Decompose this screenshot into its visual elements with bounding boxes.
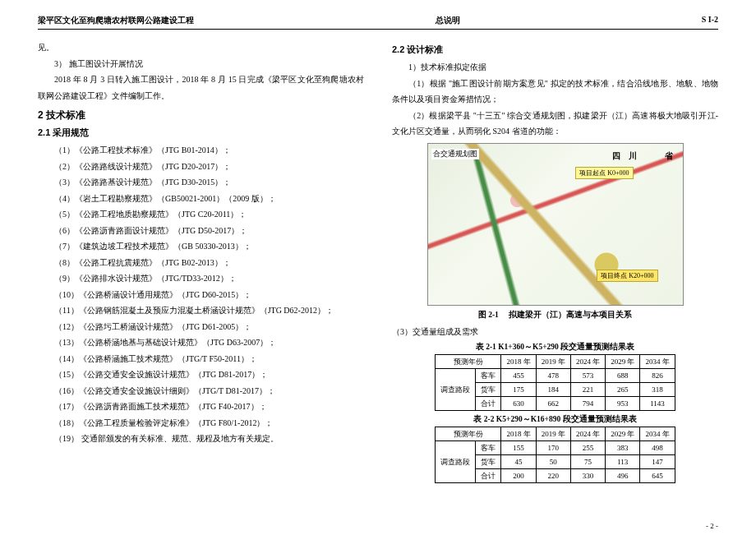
spec-item: （10）《公路桥涵设计通用规范》（JTG D60-2015）；: [38, 287, 364, 303]
col-header: 2018 年: [501, 427, 536, 441]
text-line: 2018 年 8 月 3 日转入施工图设计，2018 年 8 月 15 日完成《…: [38, 71, 364, 104]
cell: 794: [570, 397, 605, 411]
spec-item: （16）《公路交通安全设施设计细则》（JTG/T D81-2017）；: [38, 383, 364, 399]
heading-3: 2.2 设计标准: [392, 44, 718, 56]
cell: 455: [501, 369, 536, 383]
cell: 630: [501, 397, 536, 411]
cell: 498: [640, 441, 675, 455]
cell: 383: [606, 441, 640, 455]
row-label: 客车: [476, 441, 501, 455]
text-line: 1）技术标准拟定依据: [392, 59, 718, 76]
text-line: 见。: [38, 39, 364, 56]
text-line: （3）交通量组成及需求: [392, 324, 718, 340]
table-title: 表 2-1 K1+360～K5+290 段交通量预测结果表: [392, 342, 718, 353]
col-header: 2024 年: [570, 355, 605, 369]
text-line: 3） 施工图设计开展情况: [38, 56, 364, 72]
col-header: 2024 年: [570, 427, 605, 441]
row-label: 货车: [476, 383, 501, 397]
row-header: 调查路段: [436, 441, 476, 483]
col-header: 2029 年: [606, 427, 640, 441]
content-columns: 见。 3） 施工图设计开展情况 2018 年 8 月 3 日转入施工图设计，20…: [38, 39, 718, 487]
page-number: - 2 -: [706, 522, 718, 530]
col-header: 预测年份: [436, 427, 501, 441]
cell: 265: [606, 383, 640, 397]
cell: 573: [570, 369, 605, 383]
cell: 155: [501, 441, 536, 455]
cell: 645: [640, 469, 675, 483]
header-right: S I-2: [702, 15, 718, 26]
cell: 318: [640, 383, 675, 397]
cell: 221: [570, 383, 605, 397]
col-header: 2029 年: [606, 355, 640, 369]
cell: 170: [536, 441, 570, 455]
spec-item: （11）《公路钢筋混凝土及预应力混凝土桥涵设计规范》（JTG D62-2012）…: [38, 302, 364, 319]
page: 梁平区文化至狗爬塘农村联网公路建设工程 总说明 S I-2 见。 3） 施工图设…: [0, 0, 756, 535]
row-label: 货车: [476, 455, 501, 469]
cell: 496: [606, 469, 640, 483]
spec-item: （14）《公路桥涵施工技术规范》（JTG/T F50-2011）；: [38, 351, 364, 367]
heading-2: 2 技术标准: [38, 108, 364, 122]
spec-list: （1）《公路工程技术标准》（JTG B01-2014）；（2）《公路路线设计规范…: [38, 142, 364, 447]
map-figure: 合交通规划图 四 川 省 项目起点 K0+000 项目终点 K20+000: [427, 143, 684, 306]
cell: 147: [640, 455, 675, 469]
col-header: 2018 年: [501, 355, 536, 369]
header-rule: [38, 29, 718, 30]
spec-item: （12）《公路圬工桥涵设计规范》（JTG D61-2005）；: [38, 319, 364, 335]
spec-item: （2）《公路路线设计规范》（JTG D20-2017）；: [38, 159, 364, 175]
cell: 330: [570, 469, 605, 483]
right-column: 2.2 设计标准 1）技术标准拟定依据 （1）根据 "施工图设计前期方案意见" …: [392, 39, 718, 487]
row-label: 合计: [476, 469, 501, 483]
cell: 50: [536, 455, 570, 469]
figure-caption: 图 2-1 拟建梁开（江）高速与本项目关系: [392, 310, 718, 321]
cell: 45: [501, 455, 536, 469]
text-line: （1）根据 "施工图设计前期方案意见" 拟定的技术标准，结合沿线地形、地貌、地物…: [392, 76, 718, 108]
cell: 113: [606, 455, 640, 469]
spec-item: （19） 交通部颁发的有关标准、规范、规程及地方有关规定。: [38, 431, 364, 447]
spec-item: （9）《公路排水设计规范》（JTG/TD33-2012）；: [38, 270, 364, 287]
cell: 826: [640, 369, 675, 383]
spec-item: （15）《公路交通安全设施设计规范》（JTG D81-2017）；: [38, 367, 364, 383]
cell: 688: [606, 369, 640, 383]
cell: 255: [570, 441, 605, 455]
row-label: 客车: [476, 369, 501, 383]
left-column: 见。 3） 施工图设计开展情况 2018 年 8 月 3 日转入施工图设计，20…: [38, 39, 364, 487]
col-header: 2019 年: [536, 355, 570, 369]
cell: 200: [501, 469, 536, 483]
traffic-table-2: 预测年份2018 年2019 年2024 年2029 年2034 年调查路段客车…: [435, 427, 675, 483]
heading-3: 2.1 采用规范: [38, 127, 364, 139]
cell: 220: [536, 469, 570, 483]
map-callout: 项目终点 K20+000: [597, 270, 657, 282]
page-header: 梁平区文化至狗爬塘农村联网公路建设工程 总说明 S I-2: [38, 15, 718, 26]
cell: 175: [501, 383, 536, 397]
col-header: 2019 年: [536, 427, 570, 441]
spec-item: （4）《岩土工程勘察规范》（GB50021-2001）（2009 版）；: [38, 191, 364, 207]
spec-item: （3）《公路路基设计规范》（JTG D30-2015）；: [38, 174, 364, 191]
cell: 1143: [640, 397, 675, 411]
map-label: 合交通规划图: [431, 149, 479, 159]
table-title: 表 2-2 K5+290～K16+890 段交通量预测结果表: [392, 414, 718, 425]
spec-item: （8）《公路工程抗震规范》（JTG B02-2013）；: [38, 255, 364, 271]
spec-item: （13）《公路桥涵地基与基础设计规范》（JTG D63-2007）；: [38, 334, 364, 351]
col-header: 2034 年: [640, 355, 675, 369]
spec-item: （1）《公路工程技术标准》（JTG B01-2014）；: [38, 142, 364, 159]
spec-item: （6）《公路沥青路面设计规范》（JTG D50-2017）；: [38, 223, 364, 239]
cell: 184: [536, 383, 570, 397]
map-label: 四 川: [612, 150, 637, 162]
spec-item: （18）《公路工程质量检验评定标准》（JTG F80/1-2012）；: [38, 415, 364, 431]
map-callout: 项目起点 K0+000: [575, 167, 633, 179]
spec-item: （17）《公路沥青路面施工技术规范》（JTG F40-2017）；: [38, 399, 364, 415]
spec-item: （5）《公路工程地质勘察规范》（JTG C20-2011）；: [38, 206, 364, 223]
col-header: 预测年份: [436, 355, 501, 369]
header-left: 梁平区文化至狗爬塘农村联网公路建设工程: [38, 15, 194, 26]
traffic-table-1: 预测年份2018 年2019 年2024 年2029 年2034 年调查路段客车…: [435, 354, 675, 411]
col-header: 2034 年: [640, 427, 675, 441]
text-line: （2）根据梁平县 "十三五" 综合交通规划图，拟建梁开（江）高速将极大地吸引开江…: [392, 108, 718, 140]
row-header: 调查路段: [436, 369, 476, 411]
spec-item: （7）《建筑边坡工程技术规范》（GB 50330-2013）；: [38, 238, 364, 255]
cell: 662: [536, 397, 570, 411]
cell: 953: [606, 397, 640, 411]
row-label: 合计: [476, 397, 501, 411]
cell: 75: [570, 455, 605, 469]
map-label: 省: [665, 150, 673, 162]
cell: 478: [536, 369, 570, 383]
